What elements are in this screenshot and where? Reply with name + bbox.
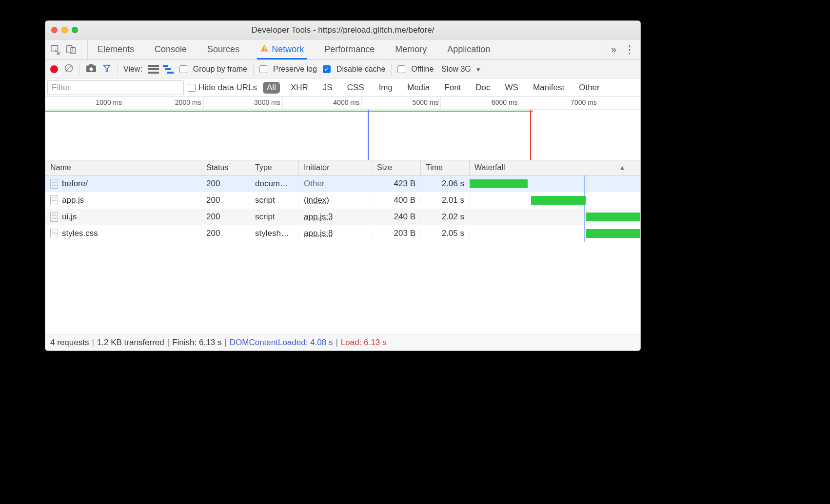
type-filter-xhr[interactable]: XHR: [287, 82, 312, 94]
svg-rect-11: [148, 72, 159, 74]
filter-toggle-icon[interactable]: [102, 64, 111, 75]
warning-icon: [260, 44, 269, 55]
status-load: Load: 6.13 s: [341, 338, 387, 348]
tab-network[interactable]: Network: [257, 40, 307, 59]
cell-status: 200: [201, 179, 250, 189]
filter-placeholder: Filter: [52, 83, 70, 93]
type-filter-media[interactable]: Media: [403, 82, 434, 94]
column-header-name[interactable]: Name: [45, 160, 201, 175]
inspect-element-icon[interactable]: [50, 44, 61, 55]
cell-name: app.js: [45, 195, 201, 206]
timeline-body: [45, 110, 640, 160]
svg-rect-9: [148, 65, 159, 67]
cell-time: 2.01 s: [421, 195, 470, 205]
tab-performance[interactable]: Performance: [321, 40, 377, 58]
cell-initiator[interactable]: (index): [299, 195, 372, 205]
waterfall-bar: [531, 196, 586, 205]
throttling-select[interactable]: Slow 3G ▼: [441, 65, 481, 74]
timeline-tick: 7000 ms: [45, 97, 599, 109]
dcl-line: [584, 225, 585, 242]
type-filter-css[interactable]: CSS: [343, 82, 368, 94]
capture-screenshots-icon[interactable]: [86, 64, 97, 75]
column-header-initiator[interactable]: Initiator: [299, 160, 372, 175]
cell-type: script: [250, 212, 299, 222]
view-large-rows-icon[interactable]: [148, 65, 159, 74]
type-filter-manifest[interactable]: Manifest: [529, 82, 568, 94]
cell-name: before/: [45, 179, 201, 189]
disable-cache-checkbox[interactable]: [323, 65, 331, 73]
divider: [391, 63, 392, 75]
group-by-frame-checkbox[interactable]: [179, 65, 187, 73]
filter-bar: Filter Hide data URLs AllXHRJSCSSImgMedi…: [45, 78, 640, 97]
request-type-filters: AllXHRJSCSSImgMediaFontDocWSManifestOthe…: [263, 82, 604, 94]
offline-checkbox[interactable]: [397, 65, 405, 73]
settings-menu-icon[interactable]: ⋮: [624, 43, 635, 56]
close-window-button[interactable]: [51, 27, 58, 33]
record-button[interactable]: [50, 65, 58, 73]
type-filter-ws[interactable]: WS: [501, 82, 522, 94]
devtools-window: Developer Tools - https://preload.glitch…: [45, 20, 641, 351]
status-bar: 4 requests | 1.2 KB transferred | Finish…: [45, 334, 640, 350]
request-row[interactable]: app.js200script(index)400 B2.01 s: [45, 192, 640, 209]
waterfall-bar: [470, 179, 528, 188]
chevron-down-icon: ▼: [475, 66, 481, 73]
cell-size: 400 B: [372, 195, 421, 205]
type-filter-doc[interactable]: Doc: [472, 82, 494, 94]
column-header-time[interactable]: Time: [421, 160, 470, 175]
type-filter-all[interactable]: All: [263, 82, 280, 94]
column-header-size[interactable]: Size: [372, 160, 421, 175]
dcl-line: [584, 209, 585, 225]
clear-button[interactable]: [64, 63, 74, 75]
hide-data-urls-checkbox[interactable]: [188, 84, 196, 92]
tab-console[interactable]: Console: [152, 40, 190, 58]
request-row[interactable]: styles.css200stylesh…app.js:8203 B2.05 s: [45, 225, 640, 242]
filter-input[interactable]: Filter: [47, 80, 184, 95]
preserve-log-checkbox[interactable]: [259, 65, 267, 73]
type-filter-img[interactable]: Img: [375, 82, 396, 94]
more-tabs-icon[interactable]: »: [611, 44, 616, 55]
column-header-status[interactable]: Status: [201, 160, 250, 175]
file-icon: [50, 212, 58, 222]
cell-initiator[interactable]: app.js:3: [299, 212, 372, 222]
svg-rect-0: [51, 45, 58, 51]
tab-elements[interactable]: Elements: [95, 40, 137, 58]
tab-application[interactable]: Application: [444, 40, 493, 58]
cell-size: 423 B: [372, 179, 421, 189]
cell-name: styles.css: [45, 229, 201, 239]
timeline-overview[interactable]: 1000 ms2000 ms3000 ms4000 ms5000 ms6000 …: [45, 97, 640, 160]
cell-initiator: Other: [299, 179, 372, 189]
window-controls: [51, 27, 78, 33]
column-header-type[interactable]: Type: [250, 160, 299, 175]
svg-rect-1: [67, 45, 72, 53]
tab-memory[interactable]: Memory: [392, 40, 430, 58]
divider: [79, 63, 80, 75]
cell-name: ui.js: [45, 212, 201, 222]
minimize-window-button[interactable]: [61, 27, 68, 33]
view-waterfall-icon[interactable]: [163, 65, 174, 74]
svg-rect-10: [148, 68, 159, 70]
type-filter-js[interactable]: JS: [319, 82, 336, 94]
cell-waterfall: [470, 209, 640, 225]
column-header-waterfall[interactable]: Waterfall▲: [470, 160, 640, 175]
panel-tabs: ElementsConsoleSourcesNetworkPerformance…: [95, 39, 493, 59]
domcontentloaded-marker: [368, 110, 369, 160]
status-domcontentloaded: DOMContentLoaded: 4.08 s: [230, 338, 333, 348]
cell-initiator[interactable]: app.js:8: [299, 229, 372, 238]
type-filter-other[interactable]: Other: [575, 82, 604, 94]
cell-waterfall: [470, 192, 640, 209]
load-marker: [530, 110, 531, 160]
disable-cache-label: Disable cache: [336, 65, 386, 74]
request-row[interactable]: ui.js200scriptapp.js:3240 B2.02 s: [45, 209, 640, 225]
cell-waterfall: [470, 175, 640, 192]
request-row[interactable]: before/200docum…Other423 B2.06 s: [45, 175, 640, 192]
panel-tabs-bar: ElementsConsoleSourcesNetworkPerformance…: [45, 39, 640, 60]
cell-status: 200: [201, 195, 250, 205]
cell-time: 2.02 s: [421, 212, 470, 222]
zoom-window-button[interactable]: [72, 27, 78, 33]
device-toolbar-icon[interactable]: [66, 44, 77, 55]
request-table-body: before/200docum…Other423 B2.06 sapp.js20…: [45, 175, 640, 334]
preserve-log-label: Preserve log: [273, 65, 317, 74]
type-filter-font[interactable]: Font: [440, 82, 465, 94]
status-finish: Finish: 6.13 s: [172, 338, 221, 348]
tab-sources[interactable]: Sources: [204, 40, 242, 58]
